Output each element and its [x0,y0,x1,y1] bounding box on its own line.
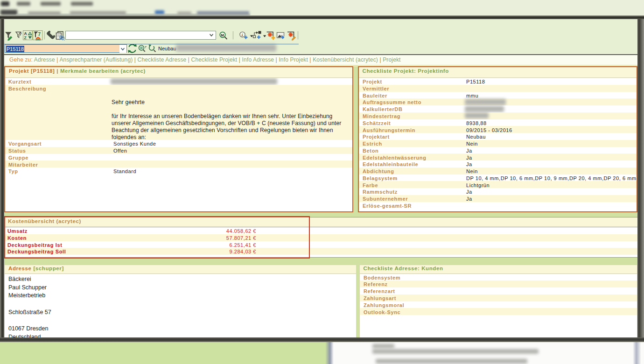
svg-text:7: 7 [20,32,22,36]
svg-text:Z: Z [24,35,27,40]
svg-text:M: M [221,33,224,37]
svg-text:7: 7 [38,32,41,37]
